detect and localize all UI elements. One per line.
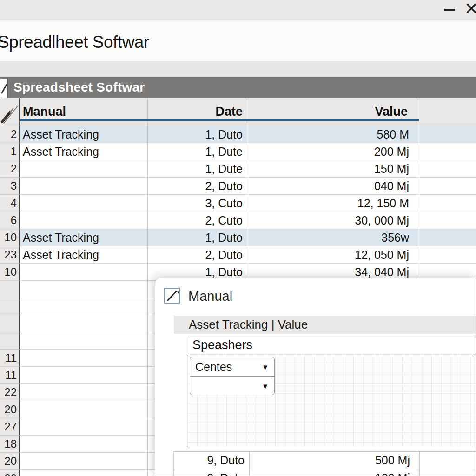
- pencil-document-icon: [0, 79, 8, 98]
- row-number[interactable]: 11: [0, 350, 20, 367]
- cell-manual[interactable]: [20, 350, 148, 367]
- close-icon[interactable]: ✕: [464, 0, 476, 19]
- cell-manual[interactable]: [20, 298, 148, 315]
- row-number[interactable]: 4: [0, 195, 20, 212]
- table-row: 23 Asset Tracking 2, Duto 12, 050 Mj: [0, 246, 476, 264]
- cell-value[interactable]: 040 Mj: [247, 178, 418, 195]
- preview-cell-value[interactable]: 100 Mj: [250, 469, 420, 476]
- cell-manual[interactable]: [20, 401, 148, 418]
- cell-value[interactable]: 30, 000 Mj: [247, 212, 418, 229]
- cell-manual[interactable]: Asset Tracking: [20, 246, 148, 264]
- cell-extra[interactable]: [418, 178, 476, 195]
- row-number[interactable]: 22: [0, 384, 20, 401]
- cell-manual[interactable]: [20, 470, 148, 476]
- cell-date[interactable]: 2, Duto: [148, 178, 247, 195]
- row-number[interactable]: 18: [0, 436, 20, 453]
- cell-manual[interactable]: [20, 384, 148, 401]
- cell-manual[interactable]: [20, 315, 148, 332]
- dropdown-centes-value: Centes: [195, 360, 232, 374]
- preview-cell-date[interactable]: 9, Duto: [174, 469, 250, 476]
- cell-extra[interactable]: [418, 212, 476, 229]
- cell-value[interactable]: 200 Mj: [247, 143, 418, 160]
- cell-manual[interactable]: Asset Tracking: [20, 229, 148, 246]
- cell-date[interactable]: 3, Cuto: [148, 195, 247, 212]
- cell-manual[interactable]: [20, 212, 148, 229]
- row-number[interactable]: 23: [0, 246, 20, 264]
- cell-value[interactable]: 12, 050 Mj: [247, 246, 418, 264]
- cell-extra[interactable]: [418, 229, 476, 246]
- checkmark-icon: [165, 289, 179, 303]
- cell-extra[interactable]: [418, 195, 476, 212]
- table-row: 10 Asset Tracking 1, Duto 356w: [0, 229, 476, 246]
- cell-manual[interactable]: [20, 178, 148, 195]
- cell-date[interactable]: 1, Dute: [148, 143, 247, 160]
- column-header-extra[interactable]: [418, 98, 476, 126]
- cell-manual[interactable]: [20, 160, 148, 178]
- cell-manual[interactable]: [20, 367, 148, 384]
- corner-cell[interactable]: [0, 98, 20, 126]
- cell-manual[interactable]: [20, 195, 148, 212]
- dialog-header-band: Asset Tracking | Value: [174, 316, 476, 334]
- pencil-icon: [0, 99, 19, 126]
- cell-manual[interactable]: [20, 332, 148, 350]
- row-number[interactable]: 2: [0, 126, 20, 143]
- cell-date[interactable]: 2, Cuto: [148, 212, 247, 229]
- row-number[interactable]: 10: [0, 229, 20, 246]
- cell-date[interactable]: 1, Duto: [148, 126, 247, 143]
- cell-value[interactable]: 12, 150 M: [247, 195, 418, 212]
- column-header-manual[interactable]: Manual: [20, 98, 148, 126]
- manual-checkbox[interactable]: [164, 288, 180, 304]
- preview-row: 9, Duto 500 Mj: [174, 452, 476, 469]
- cell-manual[interactable]: [20, 453, 148, 470]
- cell-manual[interactable]: Asset Tracking: [20, 143, 148, 160]
- cell-manual[interactable]: Asset Tracking: [20, 126, 148, 143]
- cell-manual[interactable]: [20, 281, 148, 298]
- minimize-icon[interactable]: [444, 9, 455, 11]
- preview-cell-extra[interactable]: [420, 452, 476, 469]
- preview-cell-extra[interactable]: [420, 469, 476, 476]
- cell-value[interactable]: 580 M: [247, 126, 418, 143]
- series-name-value: Speashers: [192, 338, 252, 352]
- cell-extra[interactable]: [418, 246, 476, 264]
- series-name-field[interactable]: Speashers: [188, 336, 476, 354]
- cell-extra[interactable]: [418, 126, 476, 143]
- column-header-value[interactable]: Value: [247, 98, 418, 126]
- row-number[interactable]: 20: [0, 470, 20, 476]
- row-number[interactable]: 10: [0, 264, 20, 281]
- row-number[interactable]: [0, 281, 20, 298]
- row-number[interactable]: 1: [0, 143, 20, 160]
- row-number[interactable]: 27: [0, 418, 20, 436]
- row-number[interactable]: 20: [0, 453, 20, 470]
- dropdown-centes[interactable]: Centes ▼: [190, 357, 274, 377]
- table-row: 3 2, Duto 040 Mj: [0, 178, 476, 195]
- cell-manual[interactable]: [20, 418, 148, 436]
- row-number[interactable]: 6: [0, 212, 20, 229]
- cell-date[interactable]: 2, Duto: [148, 246, 247, 264]
- toolbar-strip: [0, 61, 476, 77]
- row-number[interactable]: [0, 315, 20, 332]
- column-header-date[interactable]: Date: [148, 98, 247, 126]
- cell-manual[interactable]: [20, 436, 148, 453]
- manual-checkbox-label: Manual: [188, 289, 232, 304]
- preview-cell-date[interactable]: 9, Duto: [174, 452, 250, 469]
- cell-extra[interactable]: [418, 160, 476, 178]
- row-number[interactable]: [0, 298, 20, 315]
- row-number[interactable]: 3: [0, 178, 20, 195]
- cell-extra[interactable]: [418, 143, 476, 160]
- row-number[interactable]: 2: [0, 160, 20, 178]
- cell-date[interactable]: 1, Dute: [148, 160, 247, 178]
- dropdown-group: Centes ▼ ▼: [190, 357, 275, 395]
- cell-manual[interactable]: [20, 264, 148, 281]
- column-header-row: Manual Date Value: [0, 98, 476, 126]
- row-number[interactable]: 11: [0, 367, 20, 384]
- row-number[interactable]: 20: [0, 401, 20, 418]
- cell-date[interactable]: 1, Duto: [148, 229, 247, 246]
- cell-value[interactable]: 150 Mj: [247, 160, 418, 178]
- cell-value[interactable]: 356w: [247, 229, 418, 246]
- row-number[interactable]: [0, 332, 20, 350]
- dialog-header-text: Asset Tracking | Value: [189, 317, 308, 332]
- preview-cell-value[interactable]: 500 Mj: [250, 452, 420, 469]
- page-title: Spreadlheet Softwar: [0, 33, 149, 52]
- dropdown-empty[interactable]: ▼: [190, 377, 274, 395]
- table-row: 2 Asset Tracking 1, Duto 580 M: [0, 126, 476, 143]
